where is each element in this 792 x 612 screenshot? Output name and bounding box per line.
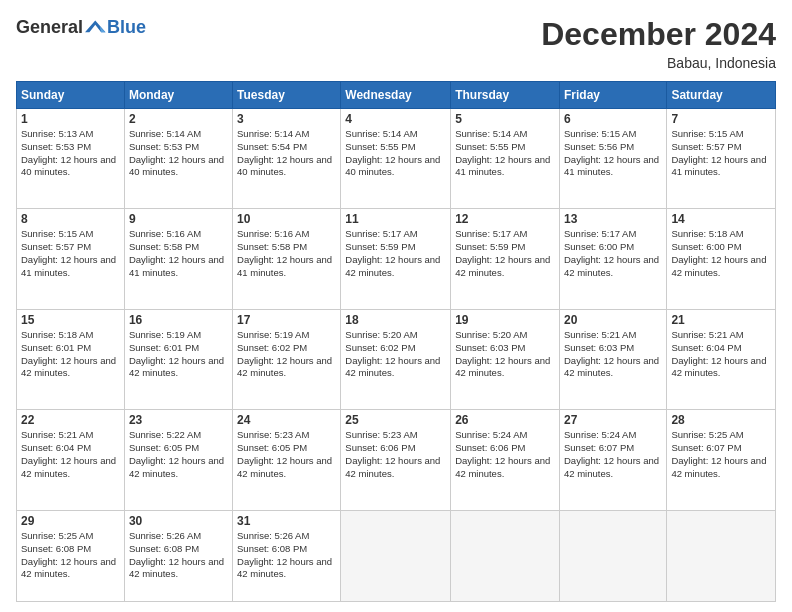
day-number: 29 [21, 514, 120, 528]
table-row: 18Sunrise: 5:20 AM Sunset: 6:02 PM Dayli… [341, 309, 451, 409]
day-info: Sunrise: 5:15 AM Sunset: 5:56 PM Dayligh… [564, 128, 662, 179]
day-info: Sunrise: 5:14 AM Sunset: 5:53 PM Dayligh… [129, 128, 228, 179]
day-number: 24 [237, 413, 336, 427]
table-row: 3Sunrise: 5:14 AM Sunset: 5:54 PM Daylig… [233, 109, 341, 209]
table-row: 29Sunrise: 5:25 AM Sunset: 6:08 PM Dayli… [17, 510, 125, 601]
day-info: Sunrise: 5:24 AM Sunset: 6:07 PM Dayligh… [564, 429, 662, 480]
day-info: Sunrise: 5:20 AM Sunset: 6:03 PM Dayligh… [455, 329, 555, 380]
table-row: 31Sunrise: 5:26 AM Sunset: 6:08 PM Dayli… [233, 510, 341, 601]
day-number: 23 [129, 413, 228, 427]
table-row [559, 510, 666, 601]
day-info: Sunrise: 5:22 AM Sunset: 6:05 PM Dayligh… [129, 429, 228, 480]
table-row [341, 510, 451, 601]
table-row: 19Sunrise: 5:20 AM Sunset: 6:03 PM Dayli… [451, 309, 560, 409]
day-number: 4 [345, 112, 446, 126]
table-row: 5Sunrise: 5:14 AM Sunset: 5:55 PM Daylig… [451, 109, 560, 209]
table-row [667, 510, 776, 601]
day-number: 13 [564, 212, 662, 226]
day-number: 5 [455, 112, 555, 126]
day-info: Sunrise: 5:17 AM Sunset: 5:59 PM Dayligh… [455, 228, 555, 279]
day-number: 19 [455, 313, 555, 327]
day-info: Sunrise: 5:26 AM Sunset: 6:08 PM Dayligh… [237, 530, 336, 581]
day-number: 17 [237, 313, 336, 327]
day-number: 30 [129, 514, 228, 528]
col-monday: Monday [124, 82, 232, 109]
day-number: 11 [345, 212, 446, 226]
col-tuesday: Tuesday [233, 82, 341, 109]
table-row: 16Sunrise: 5:19 AM Sunset: 6:01 PM Dayli… [124, 309, 232, 409]
day-info: Sunrise: 5:21 AM Sunset: 6:03 PM Dayligh… [564, 329, 662, 380]
table-row: 8Sunrise: 5:15 AM Sunset: 5:57 PM Daylig… [17, 209, 125, 309]
day-info: Sunrise: 5:15 AM Sunset: 5:57 PM Dayligh… [21, 228, 120, 279]
day-number: 6 [564, 112, 662, 126]
table-row: 6Sunrise: 5:15 AM Sunset: 5:56 PM Daylig… [559, 109, 666, 209]
day-number: 7 [671, 112, 771, 126]
page: General Blue December 2024 Babau, Indone… [0, 0, 792, 612]
day-number: 3 [237, 112, 336, 126]
logo-text: General Blue [16, 16, 146, 38]
day-info: Sunrise: 5:15 AM Sunset: 5:57 PM Dayligh… [671, 128, 771, 179]
day-number: 12 [455, 212, 555, 226]
calendar-week-row: 8Sunrise: 5:15 AM Sunset: 5:57 PM Daylig… [17, 209, 776, 309]
day-info: Sunrise: 5:25 AM Sunset: 6:07 PM Dayligh… [671, 429, 771, 480]
day-number: 1 [21, 112, 120, 126]
table-row: 24Sunrise: 5:23 AM Sunset: 6:05 PM Dayli… [233, 410, 341, 510]
calendar-week-row: 1Sunrise: 5:13 AM Sunset: 5:53 PM Daylig… [17, 109, 776, 209]
table-row: 23Sunrise: 5:22 AM Sunset: 6:05 PM Dayli… [124, 410, 232, 510]
table-row: 27Sunrise: 5:24 AM Sunset: 6:07 PM Dayli… [559, 410, 666, 510]
day-info: Sunrise: 5:18 AM Sunset: 6:01 PM Dayligh… [21, 329, 120, 380]
logo-blue: Blue [107, 17, 146, 38]
day-info: Sunrise: 5:19 AM Sunset: 6:01 PM Dayligh… [129, 329, 228, 380]
table-row: 21Sunrise: 5:21 AM Sunset: 6:04 PM Dayli… [667, 309, 776, 409]
table-row: 7Sunrise: 5:15 AM Sunset: 5:57 PM Daylig… [667, 109, 776, 209]
day-info: Sunrise: 5:17 AM Sunset: 6:00 PM Dayligh… [564, 228, 662, 279]
day-info: Sunrise: 5:14 AM Sunset: 5:55 PM Dayligh… [345, 128, 446, 179]
day-number: 18 [345, 313, 446, 327]
table-row: 12Sunrise: 5:17 AM Sunset: 5:59 PM Dayli… [451, 209, 560, 309]
col-saturday: Saturday [667, 82, 776, 109]
table-row: 10Sunrise: 5:16 AM Sunset: 5:58 PM Dayli… [233, 209, 341, 309]
logo-general: General [16, 17, 83, 38]
col-friday: Friday [559, 82, 666, 109]
day-number: 16 [129, 313, 228, 327]
day-info: Sunrise: 5:18 AM Sunset: 6:00 PM Dayligh… [671, 228, 771, 279]
day-number: 27 [564, 413, 662, 427]
table-row: 2Sunrise: 5:14 AM Sunset: 5:53 PM Daylig… [124, 109, 232, 209]
day-number: 25 [345, 413, 446, 427]
table-row [451, 510, 560, 601]
table-row: 28Sunrise: 5:25 AM Sunset: 6:07 PM Dayli… [667, 410, 776, 510]
day-number: 21 [671, 313, 771, 327]
day-number: 8 [21, 212, 120, 226]
table-row: 25Sunrise: 5:23 AM Sunset: 6:06 PM Dayli… [341, 410, 451, 510]
title-block: December 2024 Babau, Indonesia [541, 16, 776, 71]
day-info: Sunrise: 5:16 AM Sunset: 5:58 PM Dayligh… [237, 228, 336, 279]
day-info: Sunrise: 5:23 AM Sunset: 6:06 PM Dayligh… [345, 429, 446, 480]
day-info: Sunrise: 5:19 AM Sunset: 6:02 PM Dayligh… [237, 329, 336, 380]
day-info: Sunrise: 5:14 AM Sunset: 5:54 PM Dayligh… [237, 128, 336, 179]
day-info: Sunrise: 5:21 AM Sunset: 6:04 PM Dayligh… [21, 429, 120, 480]
day-number: 26 [455, 413, 555, 427]
table-row: 4Sunrise: 5:14 AM Sunset: 5:55 PM Daylig… [341, 109, 451, 209]
calendar-week-row: 15Sunrise: 5:18 AM Sunset: 6:01 PM Dayli… [17, 309, 776, 409]
day-info: Sunrise: 5:14 AM Sunset: 5:55 PM Dayligh… [455, 128, 555, 179]
day-info: Sunrise: 5:25 AM Sunset: 6:08 PM Dayligh… [21, 530, 120, 581]
day-number: 20 [564, 313, 662, 327]
table-row: 11Sunrise: 5:17 AM Sunset: 5:59 PM Dayli… [341, 209, 451, 309]
day-number: 15 [21, 313, 120, 327]
day-info: Sunrise: 5:17 AM Sunset: 5:59 PM Dayligh… [345, 228, 446, 279]
header: General Blue December 2024 Babau, Indone… [16, 16, 776, 71]
table-row: 30Sunrise: 5:26 AM Sunset: 6:08 PM Dayli… [124, 510, 232, 601]
day-number: 22 [21, 413, 120, 427]
col-thursday: Thursday [451, 82, 560, 109]
month-title: December 2024 [541, 16, 776, 53]
day-number: 9 [129, 212, 228, 226]
col-wednesday: Wednesday [341, 82, 451, 109]
table-row: 26Sunrise: 5:24 AM Sunset: 6:06 PM Dayli… [451, 410, 560, 510]
day-number: 28 [671, 413, 771, 427]
day-number: 2 [129, 112, 228, 126]
day-info: Sunrise: 5:20 AM Sunset: 6:02 PM Dayligh… [345, 329, 446, 380]
calendar-header-row: Sunday Monday Tuesday Wednesday Thursday… [17, 82, 776, 109]
table-row: 15Sunrise: 5:18 AM Sunset: 6:01 PM Dayli… [17, 309, 125, 409]
table-row: 1Sunrise: 5:13 AM Sunset: 5:53 PM Daylig… [17, 109, 125, 209]
day-info: Sunrise: 5:23 AM Sunset: 6:05 PM Dayligh… [237, 429, 336, 480]
